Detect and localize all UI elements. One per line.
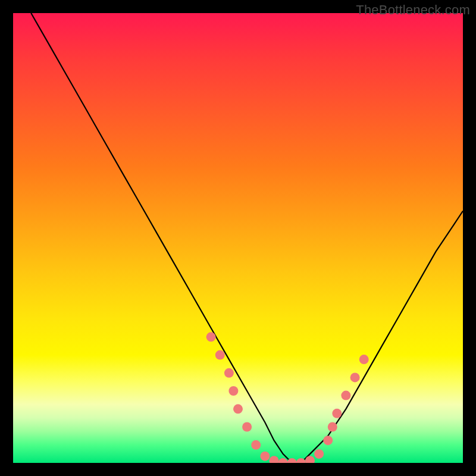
highlight-dot [206,332,216,342]
highlight-dot [341,391,350,400]
highlight-dot [328,422,337,432]
watermark-text: TheBottleneck.com [356,2,470,18]
highlight-dot [215,350,225,360]
highlight-dots [206,332,369,463]
chart-svg [13,13,463,463]
highlight-dot [270,456,279,463]
highlight-dot [228,386,238,396]
highlight-dot [314,449,324,459]
chart-frame: TheBottleneck.com [0,0,476,476]
highlight-dot [332,409,342,418]
highlight-dot [359,355,369,364]
highlight-dot [278,458,288,463]
highlight-dot [233,404,243,414]
highlight-dot [350,372,360,382]
highlight-dot [224,368,234,378]
highlight-dot [242,422,252,432]
highlight-dot [323,436,333,445]
plot-area [13,13,463,463]
highlight-dot [260,452,270,461]
bottleneck-curve [31,13,463,463]
highlight-dot [251,440,261,450]
